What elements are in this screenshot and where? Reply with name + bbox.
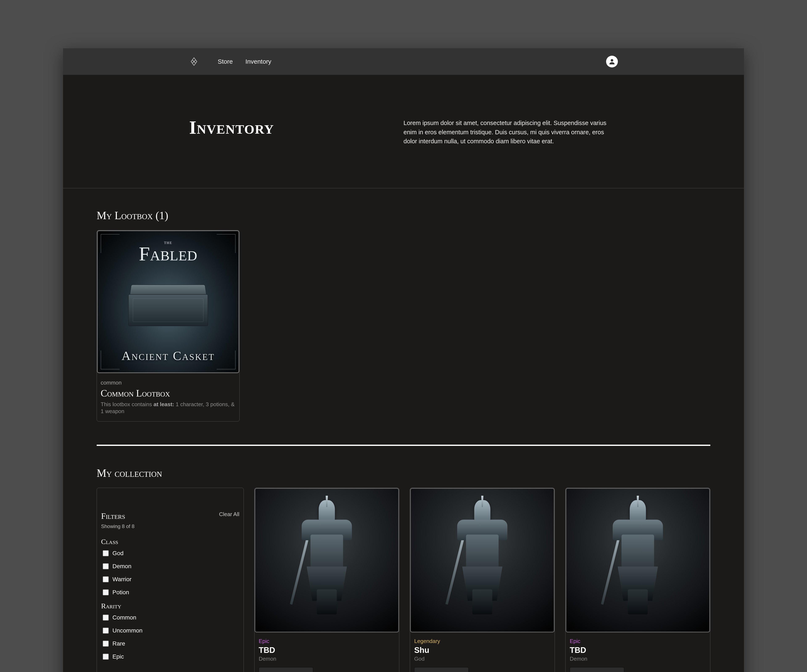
mint-button-label: Mintable NFT <box>428 671 463 672</box>
account-avatar[interactable] <box>606 56 618 68</box>
card-name: Shu <box>414 646 550 655</box>
card-class: God <box>414 655 550 662</box>
mint-button-label: Mintable NFT <box>273 671 307 672</box>
card-image <box>566 488 710 632</box>
mint-button[interactable]: Mintable NFT <box>259 667 313 672</box>
filters-panel: Filters Clear All Showing 8 of 8 Class G… <box>97 488 244 672</box>
mint-button[interactable]: Mintable NFT <box>414 667 469 672</box>
checkbox-icon[interactable] <box>103 576 109 582</box>
nav-inventory[interactable]: Inventory <box>246 58 271 65</box>
checkbox-icon[interactable] <box>103 589 109 595</box>
collection-section-title: My collection <box>97 467 710 479</box>
app-window: Store Inventory Inventory Lorem ipsum do… <box>63 48 744 672</box>
filter-option-epic[interactable]: Epic <box>103 653 239 660</box>
filter-option-common[interactable]: Common <box>103 614 239 621</box>
casket-icon <box>128 284 208 326</box>
filter-option-label: Demon <box>113 563 131 570</box>
mint-button[interactable]: Mintable NFT <box>570 667 624 672</box>
page-description: Lorem ipsum dolor sit amet, consectetur … <box>404 117 618 146</box>
lootbox-image: the Fabled Ancient Casket <box>97 230 239 373</box>
logo-icon[interactable] <box>189 57 199 66</box>
lootbox-desc: This lootbox contains at least: 1 charac… <box>101 401 236 415</box>
svg-point-0 <box>611 59 613 61</box>
hero: Inventory Lorem ipsum dolor sit amet, co… <box>63 75 744 188</box>
lootbox-brand-name: Fabled <box>139 243 198 265</box>
filter-group-rarity-title: Rarity <box>101 602 239 610</box>
checkbox-icon[interactable] <box>103 641 109 647</box>
filter-option-label: God <box>113 550 124 557</box>
lootbox-name: Common Lootbox <box>101 388 236 399</box>
nav-store[interactable]: Store <box>218 58 233 65</box>
filter-class-list: GodDemonWarriorPotion <box>101 550 239 596</box>
filter-group-class-title: Class <box>101 538 239 546</box>
checkbox-icon[interactable] <box>103 563 109 569</box>
card-image <box>254 488 399 632</box>
lootbox-rarity: common <box>101 380 236 386</box>
character-icon <box>606 500 669 614</box>
lootbox-card[interactable]: the Fabled Ancient Casket common Common … <box>97 230 239 422</box>
checkbox-icon[interactable] <box>103 654 109 660</box>
page-title: Inventory <box>189 117 374 146</box>
character-icon <box>451 500 514 614</box>
filter-option-rare[interactable]: Rare <box>103 640 239 647</box>
collection-card[interactable]: Epic TBD Demon Mintable NFT <box>565 488 710 672</box>
collection-grid: Epic TBD Demon Mintable NFT Legendary <box>254 488 710 672</box>
filter-option-label: Uncommon <box>113 627 143 634</box>
lootbox-section: My Lootbox (1) the Fabled Ancient Casket… <box>63 188 744 422</box>
filter-option-label: Common <box>113 614 136 621</box>
collection-section: My collection Filters Clear All Showing … <box>63 446 744 672</box>
filter-option-label: Epic <box>113 653 124 660</box>
filters-title: Filters <box>101 511 125 521</box>
lootbox-caption: Ancient Casket <box>98 348 239 363</box>
main-nav: Store Inventory <box>218 58 271 65</box>
card-rarity: Epic <box>259 638 395 644</box>
card-class: Demon <box>570 655 706 662</box>
clear-all-button[interactable]: Clear All <box>219 511 239 518</box>
checkbox-icon[interactable] <box>103 550 109 556</box>
character-icon <box>295 500 358 614</box>
filter-option-uncommon[interactable]: Uncommon <box>103 627 239 634</box>
card-name: TBD <box>259 646 395 655</box>
card-name: TBD <box>570 646 706 655</box>
filter-option-warrior[interactable]: Warrior <box>103 576 239 583</box>
filter-option-potion[interactable]: Potion <box>103 589 239 596</box>
filter-rarity-list: CommonUncommonRareEpic <box>101 614 239 660</box>
filter-option-label: Potion <box>113 589 129 596</box>
card-class: Demon <box>259 655 395 662</box>
filter-option-demon[interactable]: Demon <box>103 563 239 570</box>
card-rarity: Epic <box>570 638 706 644</box>
user-icon <box>608 58 616 65</box>
checkbox-icon[interactable] <box>103 615 109 621</box>
topbar: Store Inventory <box>63 48 744 75</box>
checkbox-icon[interactable] <box>103 628 109 634</box>
card-image <box>410 488 555 632</box>
filter-option-label: Warrior <box>113 576 131 583</box>
mint-button-label: Mintable NFT <box>584 671 618 672</box>
card-rarity: Legendary <box>414 638 550 644</box>
filter-option-god[interactable]: God <box>103 550 239 557</box>
filters-showing: Showing 8 of 8 <box>101 523 239 529</box>
collection-card[interactable]: Epic TBD Demon Mintable NFT <box>254 488 399 672</box>
lootbox-section-title: My Lootbox (1) <box>97 209 710 222</box>
collection-card[interactable]: Legendary Shu God Mintable NFT <box>410 488 555 672</box>
filter-option-label: Rare <box>113 640 125 647</box>
